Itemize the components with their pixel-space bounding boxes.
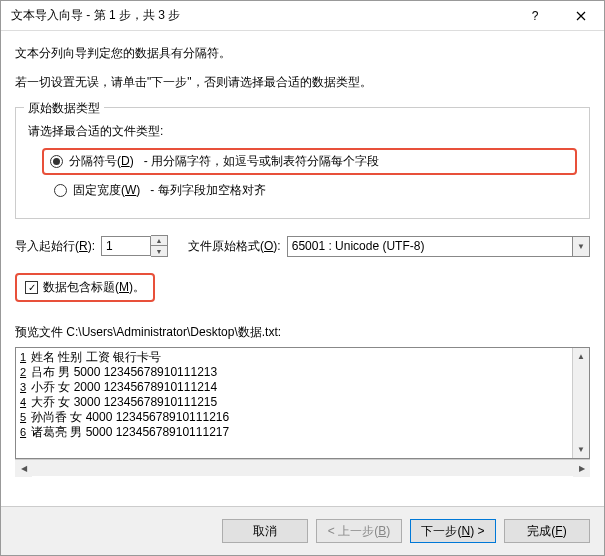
preview-row: 1姓名 性别 工资 银行卡号	[20, 350, 568, 365]
preview-row: 6诸葛亮 男 5000 12345678910111217	[20, 425, 568, 440]
button-bar: 取消 < 上一步(B) 下一步(N) > 完成(F)	[1, 506, 604, 555]
radio-delimited-desc: - 用分隔字符，如逗号或制表符分隔每个字段	[144, 153, 379, 170]
header-checkbox-row[interactable]: ✓ 数据包含标题(M)。	[15, 273, 155, 302]
scroll-right-icon[interactable]: ▶	[573, 460, 590, 477]
close-icon	[576, 11, 586, 21]
scroll-track[interactable]	[32, 460, 573, 476]
intro-text-2: 若一切设置无误，请单击"下一步"，否则请选择最合适的数据类型。	[15, 74, 590, 91]
radio-fixed-desc: - 每列字段加空格对齐	[150, 182, 265, 199]
next-button[interactable]: 下一步(N) >	[410, 519, 496, 543]
checkbox-icon: ✓	[25, 281, 38, 294]
scroll-left-icon[interactable]: ◀	[15, 460, 32, 477]
radio-fixed-label: 固定宽度(W)	[73, 182, 140, 199]
vertical-scrollbar[interactable]: ▲ ▼	[572, 348, 589, 458]
back-button: < 上一步(B)	[316, 519, 402, 543]
preview-content: 1姓名 性别 工资 银行卡号 2吕布 男 5000 12345678910111…	[16, 348, 572, 458]
spin-up-icon[interactable]: ▲	[151, 236, 167, 246]
cancel-button[interactable]: 取消	[222, 519, 308, 543]
finish-button[interactable]: 完成(F)	[504, 519, 590, 543]
scroll-down-icon[interactable]: ▼	[573, 441, 589, 458]
preview-row: 4大乔 女 3000 12345678910111215	[20, 395, 568, 410]
encoding-value: 65001 : Unicode (UTF-8)	[292, 239, 425, 253]
preview-row: 3小乔 女 2000 12345678910111214	[20, 380, 568, 395]
start-row-label: 导入起始行(R):	[15, 238, 95, 255]
encoding-label: 文件原始格式(O):	[188, 238, 281, 255]
radio-delimited-label: 分隔符号(D)	[69, 153, 134, 170]
scroll-track[interactable]	[573, 365, 589, 441]
radio-delimited[interactable]: 分隔符号(D) - 用分隔字符，如逗号或制表符分隔每个字段	[42, 148, 577, 175]
data-type-fieldset: 原始数据类型 请选择最合适的文件类型: 分隔符号(D) - 用分隔字符，如逗号或…	[15, 107, 590, 219]
radio-fixed-width[interactable]: 固定宽度(W) - 每列字段加空格对齐	[48, 179, 577, 202]
encoding-select[interactable]: 65001 : Unicode (UTF-8) ▼	[287, 236, 590, 257]
horizontal-scrollbar[interactable]: ◀ ▶	[15, 459, 590, 476]
chevron-down-icon: ▼	[572, 237, 589, 256]
fieldset-legend: 原始数据类型	[24, 100, 104, 117]
start-row-input[interactable]	[101, 236, 151, 256]
start-row-spinner[interactable]: ▲ ▼	[101, 235, 168, 257]
dialog-content: 文本分列向导判定您的数据具有分隔符。 若一切设置无误，请单击"下一步"，否则请选…	[1, 31, 604, 506]
header-checkbox-label: 数据包含标题(M)。	[43, 279, 145, 296]
dialog-title: 文本导入向导 - 第 1 步，共 3 步	[11, 7, 512, 24]
radio-icon	[54, 184, 67, 197]
preview-row: 2吕布 男 5000 12345678910111213	[20, 365, 568, 380]
help-button[interactable]: ?	[512, 1, 558, 30]
titlebar: 文本导入向导 - 第 1 步，共 3 步 ?	[1, 1, 604, 31]
file-type-prompt: 请选择最合适的文件类型:	[28, 123, 577, 140]
intro-text-1: 文本分列向导判定您的数据具有分隔符。	[15, 45, 590, 62]
preview-label: 预览文件 C:\Users\Administrator\Desktop\数据.t…	[15, 324, 590, 341]
start-row-encoding-row: 导入起始行(R): ▲ ▼ 文件原始格式(O): 65001 : Unicode…	[15, 235, 590, 257]
scroll-up-icon[interactable]: ▲	[573, 348, 589, 365]
close-button[interactable]	[558, 1, 604, 30]
preview-row: 5孙尚香 女 4000 12345678910111216	[20, 410, 568, 425]
spin-down-icon[interactable]: ▼	[151, 246, 167, 256]
import-wizard-dialog: 文本导入向导 - 第 1 步，共 3 步 ? 文本分列向导判定您的数据具有分隔符…	[0, 0, 605, 556]
radio-icon	[50, 155, 63, 168]
preview-box: 1姓名 性别 工资 银行卡号 2吕布 男 5000 12345678910111…	[15, 347, 590, 459]
